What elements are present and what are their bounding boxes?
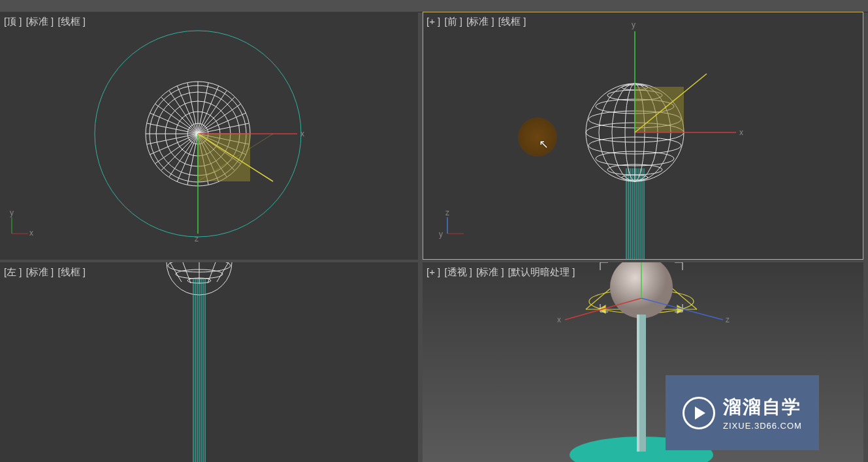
viewport-left[interactable]: [左 ] [标准 ] [线框 ] xyxy=(0,262,418,462)
viewport-front-canvas: x y z y xyxy=(423,12,863,260)
axis-label-x: x xyxy=(300,129,304,138)
svg-line-68 xyxy=(208,262,216,283)
view-axis-icon: y x xyxy=(10,208,33,238)
watermark-subtitle: ZIXUE.3D66.COM xyxy=(723,421,802,431)
watermark: 溜溜自学 ZIXUE.3D66.COM xyxy=(666,375,819,450)
svg-rect-85 xyxy=(637,315,639,452)
axis-label-x: x xyxy=(739,128,743,137)
svg-line-66 xyxy=(217,262,229,282)
view-axis-icon: z y xyxy=(439,208,464,239)
viewport-left-canvas xyxy=(0,262,418,462)
viewport-top[interactable]: [顶 ] [标准 ] [线框 ] xyxy=(0,12,418,260)
axis-label-z: z xyxy=(726,315,730,324)
svg-text:y: y xyxy=(439,230,443,239)
svg-text:x: x xyxy=(29,228,33,238)
viewport-front[interactable]: [+ ] [前 ] [标准 ] [线框 ] xyxy=(423,12,863,260)
viewport-top-canvas: x z y x xyxy=(0,12,418,260)
move-gizmo[interactable]: x y xyxy=(632,20,743,137)
svg-text:y: y xyxy=(10,208,14,217)
watermark-title: 溜溜自学 xyxy=(723,395,802,420)
axis-label-z: z xyxy=(195,234,199,243)
svg-line-65 xyxy=(170,262,182,282)
move-gizmo[interactable]: x z xyxy=(195,129,304,243)
axis-label-y: y xyxy=(632,20,635,29)
svg-text:z: z xyxy=(445,208,449,217)
main-toolbar[interactable] xyxy=(0,0,868,12)
svg-line-67 xyxy=(183,262,191,283)
play-icon xyxy=(683,397,715,429)
axis-label-x: x xyxy=(557,315,561,324)
